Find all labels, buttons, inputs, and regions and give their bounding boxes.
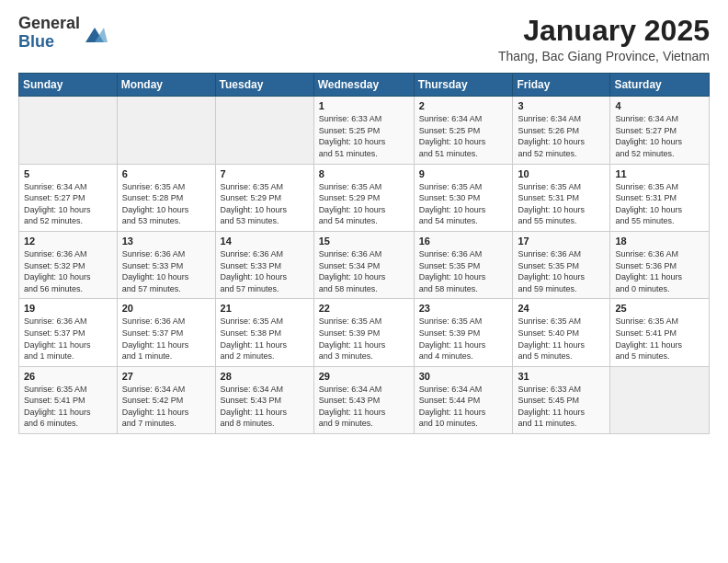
- day-number: 12: [24, 236, 112, 247]
- day-info: Sunrise: 6:36 AM Sunset: 5:32 PM Dayligh…: [24, 248, 112, 294]
- title-block: January 2025 Thang, Bac Giang Province, …: [498, 15, 710, 63]
- day-info: Sunrise: 6:35 AM Sunset: 5:40 PM Dayligh…: [518, 316, 605, 362]
- day-number: 22: [319, 303, 409, 314]
- day-number: 2: [419, 100, 508, 111]
- calendar-cell: 6Sunrise: 6:35 AM Sunset: 5:28 PM Daylig…: [117, 164, 215, 231]
- day-info: Sunrise: 6:35 AM Sunset: 5:38 PM Dayligh…: [221, 316, 309, 362]
- day-number: 16: [419, 236, 508, 247]
- day-number: 17: [518, 236, 605, 247]
- calendar-cell: 22Sunrise: 6:35 AM Sunset: 5:39 PM Dayli…: [313, 299, 414, 366]
- day-info: Sunrise: 6:33 AM Sunset: 5:25 PM Dayligh…: [319, 113, 409, 159]
- calendar-cell: 15Sunrise: 6:36 AM Sunset: 5:34 PM Dayli…: [313, 231, 414, 298]
- day-header-tuesday: Tuesday: [215, 74, 313, 97]
- week-row-5: 26Sunrise: 6:35 AM Sunset: 5:41 PM Dayli…: [19, 366, 710, 433]
- calendar-table: SundayMondayTuesdayWednesdayThursdayFrid…: [18, 73, 710, 434]
- day-info: Sunrise: 6:36 AM Sunset: 5:34 PM Dayligh…: [319, 248, 409, 294]
- day-number: 15: [319, 236, 409, 247]
- day-number: 26: [24, 371, 112, 382]
- day-info: Sunrise: 6:36 AM Sunset: 5:37 PM Dayligh…: [122, 316, 210, 362]
- day-info: Sunrise: 6:34 AM Sunset: 5:27 PM Dayligh…: [615, 113, 704, 159]
- day-info: Sunrise: 6:34 AM Sunset: 5:43 PM Dayligh…: [221, 384, 309, 430]
- week-row-3: 12Sunrise: 6:36 AM Sunset: 5:32 PM Dayli…: [19, 231, 710, 298]
- calendar-cell: 1Sunrise: 6:33 AM Sunset: 5:25 PM Daylig…: [313, 97, 414, 164]
- calendar-cell: 20Sunrise: 6:36 AM Sunset: 5:37 PM Dayli…: [117, 299, 215, 366]
- day-info: Sunrise: 6:34 AM Sunset: 5:25 PM Dayligh…: [419, 113, 508, 159]
- calendar-cell: 10Sunrise: 6:35 AM Sunset: 5:31 PM Dayli…: [513, 164, 610, 231]
- day-info: Sunrise: 6:35 AM Sunset: 5:28 PM Dayligh…: [122, 181, 210, 227]
- day-number: 7: [221, 168, 309, 179]
- day-info: Sunrise: 6:36 AM Sunset: 5:35 PM Dayligh…: [419, 248, 508, 294]
- day-number: 24: [518, 303, 605, 314]
- calendar-cell: 9Sunrise: 6:35 AM Sunset: 5:30 PM Daylig…: [414, 164, 513, 231]
- calendar-cell: 21Sunrise: 6:35 AM Sunset: 5:38 PM Dayli…: [215, 299, 313, 366]
- day-number: 19: [24, 303, 112, 314]
- day-info: Sunrise: 6:35 AM Sunset: 5:41 PM Dayligh…: [615, 316, 704, 362]
- day-info: Sunrise: 6:33 AM Sunset: 5:45 PM Dayligh…: [518, 384, 605, 430]
- day-number: 20: [122, 303, 210, 314]
- day-number: 8: [319, 168, 409, 179]
- day-info: Sunrise: 6:36 AM Sunset: 5:33 PM Dayligh…: [221, 248, 309, 294]
- day-info: Sunrise: 6:34 AM Sunset: 5:27 PM Dayligh…: [24, 181, 112, 227]
- calendar-cell: 2Sunrise: 6:34 AM Sunset: 5:25 PM Daylig…: [414, 97, 513, 164]
- day-header-friday: Friday: [513, 74, 610, 97]
- calendar-cell: 12Sunrise: 6:36 AM Sunset: 5:32 PM Dayli…: [19, 231, 118, 298]
- day-number: 21: [221, 303, 309, 314]
- day-number: 14: [221, 236, 309, 247]
- day-number: 28: [221, 371, 309, 382]
- calendar-cell: [117, 97, 215, 164]
- day-header-monday: Monday: [117, 74, 215, 97]
- day-number: 5: [24, 168, 112, 179]
- day-header-saturday: Saturday: [610, 74, 710, 97]
- day-info: Sunrise: 6:36 AM Sunset: 5:33 PM Dayligh…: [122, 248, 210, 294]
- day-number: 6: [122, 168, 210, 179]
- calendar-cell: [19, 97, 118, 164]
- day-info: Sunrise: 6:35 AM Sunset: 5:39 PM Dayligh…: [419, 316, 508, 362]
- logo-general-text: General: [18, 14, 80, 32]
- day-number: 25: [615, 303, 704, 314]
- day-number: 3: [518, 100, 605, 111]
- day-number: 27: [122, 371, 210, 382]
- calendar-cell: 8Sunrise: 6:35 AM Sunset: 5:29 PM Daylig…: [313, 164, 414, 231]
- day-info: Sunrise: 6:35 AM Sunset: 5:39 PM Dayligh…: [319, 316, 409, 362]
- calendar-cell: 17Sunrise: 6:36 AM Sunset: 5:35 PM Dayli…: [513, 231, 610, 298]
- day-info: Sunrise: 6:34 AM Sunset: 5:44 PM Dayligh…: [419, 384, 508, 430]
- day-header-wednesday: Wednesday: [313, 74, 414, 97]
- day-info: Sunrise: 6:35 AM Sunset: 5:41 PM Dayligh…: [24, 384, 112, 430]
- calendar-cell: 13Sunrise: 6:36 AM Sunset: 5:33 PM Dayli…: [117, 231, 215, 298]
- week-row-2: 5Sunrise: 6:34 AM Sunset: 5:27 PM Daylig…: [19, 164, 710, 231]
- calendar-cell: 14Sunrise: 6:36 AM Sunset: 5:33 PM Dayli…: [215, 231, 313, 298]
- week-row-1: 1Sunrise: 6:33 AM Sunset: 5:25 PM Daylig…: [19, 97, 710, 164]
- calendar-cell: 19Sunrise: 6:36 AM Sunset: 5:37 PM Dayli…: [19, 299, 118, 366]
- day-number: 11: [615, 168, 704, 179]
- calendar-cell: 3Sunrise: 6:34 AM Sunset: 5:26 PM Daylig…: [513, 97, 610, 164]
- day-header-sunday: Sunday: [19, 74, 118, 97]
- calendar-cell: [610, 366, 710, 433]
- day-info: Sunrise: 6:35 AM Sunset: 5:31 PM Dayligh…: [615, 181, 704, 227]
- day-info: Sunrise: 6:35 AM Sunset: 5:29 PM Dayligh…: [319, 181, 409, 227]
- calendar-cell: 16Sunrise: 6:36 AM Sunset: 5:35 PM Dayli…: [414, 231, 513, 298]
- week-row-4: 19Sunrise: 6:36 AM Sunset: 5:37 PM Dayli…: [19, 299, 710, 366]
- day-number: 13: [122, 236, 210, 247]
- day-number: 18: [615, 236, 704, 247]
- day-info: Sunrise: 6:36 AM Sunset: 5:35 PM Dayligh…: [518, 248, 605, 294]
- calendar-cell: [215, 97, 313, 164]
- logo-icon: [82, 20, 108, 46]
- calendar-cell: 30Sunrise: 6:34 AM Sunset: 5:44 PM Dayli…: [414, 366, 513, 433]
- day-info: Sunrise: 6:34 AM Sunset: 5:42 PM Dayligh…: [122, 384, 210, 430]
- day-info: Sunrise: 6:36 AM Sunset: 5:37 PM Dayligh…: [24, 316, 112, 362]
- calendar-cell: 23Sunrise: 6:35 AM Sunset: 5:39 PM Dayli…: [414, 299, 513, 366]
- day-number: 10: [518, 168, 605, 179]
- day-header-thursday: Thursday: [414, 74, 513, 97]
- calendar-cell: 24Sunrise: 6:35 AM Sunset: 5:40 PM Dayli…: [513, 299, 610, 366]
- month-year: January 2025: [498, 15, 710, 47]
- calendar-cell: 25Sunrise: 6:35 AM Sunset: 5:41 PM Dayli…: [610, 299, 710, 366]
- calendar-cell: 26Sunrise: 6:35 AM Sunset: 5:41 PM Dayli…: [19, 366, 118, 433]
- day-info: Sunrise: 6:35 AM Sunset: 5:29 PM Dayligh…: [221, 181, 309, 227]
- calendar-cell: 27Sunrise: 6:34 AM Sunset: 5:42 PM Dayli…: [117, 366, 215, 433]
- logo-blue-text: Blue: [18, 32, 54, 51]
- logo: General Blue: [18, 15, 108, 52]
- day-info: Sunrise: 6:35 AM Sunset: 5:30 PM Dayligh…: [419, 181, 508, 227]
- calendar-cell: 5Sunrise: 6:34 AM Sunset: 5:27 PM Daylig…: [19, 164, 118, 231]
- day-info: Sunrise: 6:34 AM Sunset: 5:43 PM Dayligh…: [319, 384, 409, 430]
- day-number: 4: [615, 100, 704, 111]
